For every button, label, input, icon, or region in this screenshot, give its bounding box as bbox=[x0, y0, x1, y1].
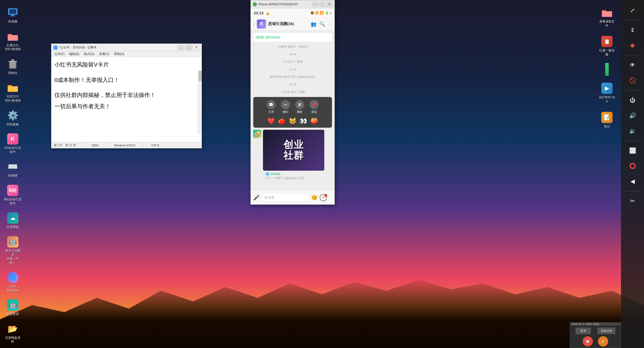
notes-app-icon: 📝 bbox=[601, 111, 613, 124]
ocam-menu-btn[interactable]: 菜单 bbox=[576, 328, 591, 334]
phone-title-text: Phone-4DFMIJ7X5XDQOVI7 bbox=[258, 3, 298, 6]
desktop-icon-recycle[interactable]: 回收站 bbox=[3, 57, 23, 77]
emoji-cat[interactable]: 😸 bbox=[289, 117, 296, 125]
emoji-tomato[interactable]: 🍅 bbox=[278, 117, 286, 125]
emoji-button[interactable]: 😊 bbox=[311, 194, 318, 201]
folder-orange-icon bbox=[7, 81, 19, 94]
desktop-icon-computer[interactable]: 此电脑 bbox=[3, 5, 23, 25]
toolbar-expand[interactable]: ⤢ bbox=[623, 4, 642, 17]
ocam-stop-button[interactable]: ⏹ 停止 bbox=[583, 336, 593, 348]
desktop: 此电脑 红薯日引200+精准粉 bbox=[0, 0, 644, 348]
context-menu-delete[interactable]: 🗑 删除 bbox=[295, 100, 304, 114]
toolbar-volume-down[interactable]: 🔉 bbox=[623, 124, 642, 138]
toolbar-circle[interactable]: ⭕ bbox=[623, 159, 642, 173]
ks-icon: K bbox=[7, 133, 19, 145]
desktop-icons-left: 此电脑 红薯日引200+精准粉 bbox=[0, 0, 41, 348]
emoji-peach[interactable]: 🍑 bbox=[310, 117, 318, 125]
context-menu: 💬 引用 ↩ 撤回 🗑 删除 📌 置顶 bbox=[253, 97, 332, 128]
emoji-reaction-row: ❤️ 🍅 😸 👀 🍑 bbox=[255, 116, 330, 126]
notes-icon[interactable]: 📝 笔记 bbox=[597, 110, 617, 130]
toolbar-record[interactable]: ⏺ bbox=[623, 39, 642, 52]
desktop-icon-folder-orange[interactable]: 抖音日引300+精准粉 bbox=[3, 80, 23, 104]
back-button[interactable]: ‹ bbox=[253, 21, 255, 27]
recycle-icon bbox=[7, 58, 19, 70]
desktop-icon-control[interactable]: ⚙️ 控制面板 bbox=[3, 108, 23, 128]
toolbar-fullscreen[interactable]: ⬜ bbox=[623, 144, 642, 157]
toolbar-collapse[interactable]: ⇕ bbox=[623, 24, 642, 37]
status-divider-2 bbox=[106, 144, 107, 147]
notepad-controls: — □ ✕ bbox=[178, 45, 200, 50]
message-input[interactable]: 发消息... bbox=[262, 193, 309, 202]
toolbar-cut[interactable]: ✂ bbox=[623, 194, 642, 208]
toolbar-eye-slash[interactable]: 🚫 bbox=[623, 74, 642, 87]
phone-close-btn[interactable]: ✕ bbox=[326, 2, 332, 7]
notepad-line3: 0成本制作！无举报入口！ bbox=[54, 75, 199, 85]
recall-icon: ↩ bbox=[281, 100, 290, 109]
close-button[interactable]: ✕ bbox=[193, 45, 200, 50]
desktop-icon-cent[interactable]: 🌐 CentBrowser bbox=[3, 270, 23, 294]
emoji-eyes[interactable]: 👀 bbox=[300, 117, 307, 125]
android-orange-label: 养号引流脚本合集（手机） bbox=[4, 249, 22, 265]
menu-view[interactable]: 查看(V) bbox=[97, 51, 111, 57]
desktop-icon-ks[interactable]: K KS自动引流软件 bbox=[3, 132, 23, 155]
desktop-icon-baidu[interactable]: ☁ 百度网盘 bbox=[3, 211, 23, 231]
chat-input-area: 🎤 发消息... 😊 + bbox=[251, 190, 335, 204]
notepad-menubar: 文件(F) 编辑(E) 格式(O) 查看(V) 帮助(H) bbox=[51, 51, 202, 57]
toolbar-eye[interactable]: 👁 bbox=[623, 59, 642, 72]
desktop-icon-bilibili[interactable]: B站 B站自动引流软件 bbox=[3, 183, 23, 207]
minimize-button[interactable]: — bbox=[178, 45, 184, 50]
desktop-icon-baidupan[interactable]: 📂 百度网盘资料 bbox=[3, 321, 23, 345]
menu-file[interactable]: 文件(F) bbox=[52, 51, 66, 57]
collapse-icon: ⇕ bbox=[628, 26, 637, 35]
notepad-scrollbar[interactable] bbox=[198, 70, 202, 134]
menu-format[interactable]: 格式(O) bbox=[82, 51, 96, 57]
emoji-heart[interactable]: ❤️ bbox=[267, 117, 275, 125]
back-nav-icon: ◀ bbox=[628, 177, 637, 186]
image-content: 创业 社群 bbox=[263, 130, 324, 171]
notepad-window: *公众号：灵动共创 - 记事本 — □ ✕ 文件(F) 编辑(E) 格式(O) … bbox=[51, 44, 202, 148]
notepad-title: *公众号：灵动共创 - 记事本 bbox=[59, 45, 97, 50]
toolbar-power[interactable]: ⏻ bbox=[623, 94, 642, 107]
sender-info: 🌐 hhhd36 拉了一个圈子 打破信息差 共同... bbox=[263, 171, 324, 182]
red-clone-icon[interactable]: 📋 红薯一键克隆 bbox=[597, 34, 617, 58]
toolbar-divider-4 bbox=[625, 141, 640, 141]
system-msg-4: "七米饭"加入了群聊 bbox=[253, 89, 332, 95]
context-menu-quote[interactable]: 💬 引用 bbox=[267, 100, 276, 114]
phone-statusbar: 23:13 🔔 🔕 📶 📶 🔋 + bbox=[251, 8, 335, 18]
phone-maximize-btn[interactable]: □ bbox=[319, 2, 325, 7]
bilibili-label: B站自动引流软件 bbox=[4, 198, 21, 205]
desktop-icon-shortcut[interactable]: ⌨️ 快捷键 bbox=[3, 159, 23, 179]
menu-edit[interactable]: 编辑(E) bbox=[67, 51, 81, 57]
phone-minimize-btn[interactable]: — bbox=[312, 2, 318, 7]
context-menu-pin[interactable]: 📌 置顶 bbox=[309, 100, 319, 114]
desktop-icon-folder-red[interactable]: 红薯日引200+精准粉 bbox=[3, 29, 23, 53]
notepad-statusbar: 第 1 行，第 11 列 100% Windows (CRLF) UTF-8 bbox=[51, 142, 202, 148]
screen-record-icon[interactable]: 屏幕录制文件 bbox=[597, 5, 617, 29]
more-icon[interactable]: ··· bbox=[328, 21, 332, 27]
menu-help[interactable]: 帮助(H) bbox=[112, 51, 126, 57]
desktop-icon-android-green[interactable]: 🤖 矩阵投屏 bbox=[3, 298, 23, 318]
system-msg-2: "CC"加入了群聊 bbox=[253, 59, 332, 65]
voice-input-button[interactable]: 🎤 bbox=[253, 194, 260, 201]
svg-rect-2 bbox=[11, 15, 14, 16]
ocam-screen-record-btn[interactable]: 屏幕录制 bbox=[597, 328, 615, 334]
image-message-container: 🥑 创业 社群 🌐 hhhd36 拉了一个圈子 打破信息差 共同... bbox=[253, 130, 332, 182]
volume-down-icon: 🔉 bbox=[628, 126, 637, 136]
search-icon[interactable]: 🔍 bbox=[319, 21, 325, 27]
group-members-icon[interactable]: 👥 bbox=[311, 21, 316, 27]
android-green-label: 矩阵投屏 bbox=[7, 312, 19, 316]
notepad-text-area[interactable]: 小红书无风险留V卡片 0成本制作！无举报入口！ 仅供社群内部揭秘，禁止用于非法操… bbox=[51, 57, 202, 142]
ocam-title: oCam (0, 4, 1920, 1022) bbox=[572, 323, 599, 325]
context-menu-recall[interactable]: ↩ 撤回 bbox=[281, 100, 290, 114]
android-green-icon: 🤖 bbox=[7, 299, 19, 311]
status-zoom: 100% bbox=[91, 144, 99, 147]
run-exe-icon[interactable]: ▶ 运行软件.exe bbox=[597, 81, 617, 105]
ocam-pause-button[interactable]: ⏸ || bbox=[598, 336, 608, 348]
toolbar-volume-up[interactable]: 🔊 bbox=[623, 109, 642, 122]
notepad-line4 bbox=[54, 88, 199, 90]
scrollbar-thumb[interactable] bbox=[199, 71, 202, 81]
red-clone-label: 红薯一键克隆 bbox=[598, 49, 616, 57]
desktop-icon-android-orange[interactable]: 🤖 养号引流脚本合集（手机） bbox=[3, 234, 23, 266]
maximize-button[interactable]: □ bbox=[185, 45, 192, 50]
toolbar-back[interactable]: ◀ bbox=[623, 175, 642, 188]
